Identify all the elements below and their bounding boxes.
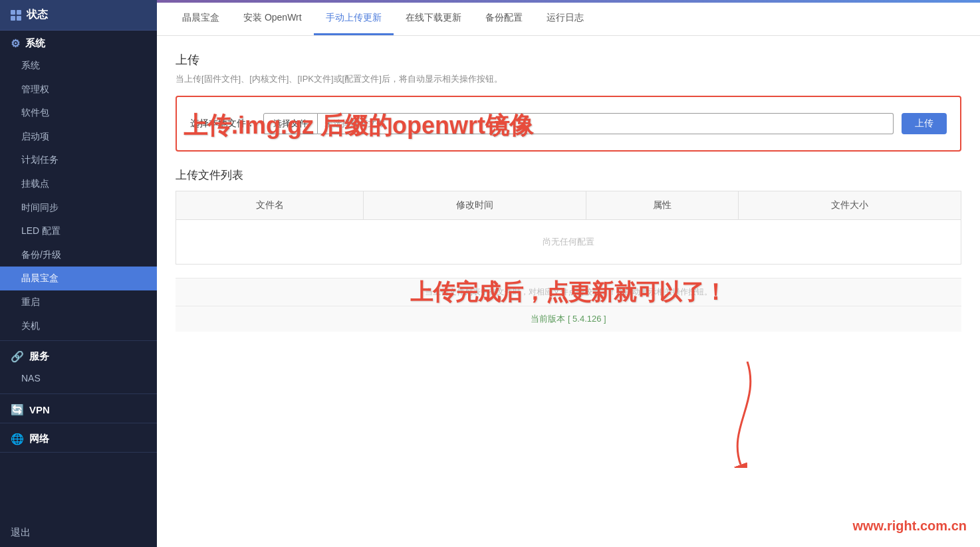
bottom-info-bar: 当上传文件列表中有文件时，对相应文件点击校验了！将自动显示相关操作按钮。 上传完… <box>176 278 961 332</box>
empty-text: 尚无任何配置 <box>176 220 961 265</box>
file-list-title: 上传文件列表 <box>176 167 961 183</box>
sidebar-item-admin[interactable]: 管理权 <box>0 78 157 102</box>
upload-overlay-text: 上传.img.gz 后缀的openwrt镜像 <box>184 110 533 142</box>
service-icon: 🔗 <box>11 350 24 363</box>
sidebar-vpn-section[interactable]: 🔄 VPN <box>0 397 157 420</box>
tab-online-download[interactable]: 在线下载更新 <box>394 3 473 35</box>
logout-button[interactable]: 退出 <box>0 518 157 547</box>
file-table: 文件名 修改时间 属性 文件大小 尚无任何配置 <box>176 191 961 265</box>
upload-section-desc: 当上传[固件文件]、[内核文件]、[IPK文件]或[配置文件]后，将自动显示相关… <box>176 73 961 85</box>
sidebar-system-label: 系统 <box>25 37 45 50</box>
version-row: 当前版本 [ 5.4.126 ] <box>176 306 961 332</box>
tab-run-log[interactable]: 运行日志 <box>535 3 596 35</box>
sidebar: 状态 ⚙ 系统 系统 管理权 软件包 启动项 计划任务 挂载点 时间同步 LED… <box>0 0 157 547</box>
grid-icon <box>11 10 21 21</box>
col-filename: 文件名 <box>176 191 364 220</box>
network-icon: 🌐 <box>11 433 24 445</box>
sidebar-item-ntp[interactable]: 时间同步 <box>0 196 157 220</box>
sidebar-vpn-label: VPN <box>29 404 50 415</box>
sidebar-network-section[interactable]: 🌐 网络 <box>0 426 157 449</box>
sidebar-item-nas[interactable]: NAS <box>0 367 157 391</box>
sidebar-divider-4 <box>0 452 157 453</box>
sidebar-item-jingchen[interactable]: 晶晨宝盒 <box>0 267 157 290</box>
sidebar-item-backup[interactable]: 备份/升级 <box>0 243 157 267</box>
sidebar-divider-2 <box>0 393 157 394</box>
sidebar-service-label: 服务 <box>29 350 49 363</box>
sidebar-divider-1 <box>0 340 157 341</box>
version-label: 当前版本 [ 5.4.126 ] <box>531 314 606 324</box>
main-content: 晶晨宝盒 安装 OpenWrt 手动上传更新 在线下载更新 备份配置 运行日志 … <box>157 0 980 547</box>
file-list-section: 上传文件列表 文件名 修改时间 属性 文件大小 尚无任何配置 <box>176 167 961 265</box>
sidebar-item-reboot[interactable]: 重启 <box>0 290 157 314</box>
sidebar-item-shutdown[interactable]: 关机 <box>0 314 157 338</box>
tab-manual-upload[interactable]: 手动上传更新 <box>314 3 394 35</box>
info-text-row: 当上传文件列表中有文件时，对相应文件点击校验了！将自动显示相关操作按钮。 上传完… <box>176 278 961 306</box>
col-filesize: 文件大小 <box>739 191 961 220</box>
sidebar-system-section[interactable]: ⚙ 系统 <box>0 31 157 54</box>
upload-box: 选择本地文件： 选择文件 未选择任何文件 上传 上传.img.gz 后缀的ope… <box>176 96 961 152</box>
sidebar-item-system[interactable]: 系统 <box>0 54 157 78</box>
upload-button[interactable]: 上传 <box>902 113 947 134</box>
tab-jingchen[interactable]: 晶晨宝盒 <box>170 3 231 35</box>
sidebar-item-cron[interactable]: 计划任务 <box>0 148 157 172</box>
col-modify-time: 修改时间 <box>364 191 586 220</box>
sidebar-item-mount[interactable]: 挂载点 <box>0 172 157 196</box>
gear-icon: ⚙ <box>11 37 20 50</box>
sidebar-divider-3 <box>0 423 157 423</box>
tab-openwrt[interactable]: 安装 OpenWrt <box>231 3 314 35</box>
vpn-icon: 🔄 <box>11 403 24 416</box>
upload-section-title: 上传 <box>176 52 961 68</box>
sidebar-item-software[interactable]: 软件包 <box>0 101 157 125</box>
col-attributes: 属性 <box>586 191 738 220</box>
empty-row: 尚无任何配置 <box>176 220 961 265</box>
page-content: 上传 当上传[固件文件]、[内核文件]、[IPK文件]或[配置文件]后，将自动显… <box>157 36 980 547</box>
sidebar-item-startup[interactable]: 启动项 <box>0 125 157 149</box>
sidebar-status-header[interactable]: 状态 <box>0 0 157 31</box>
sidebar-network-label: 网络 <box>29 433 49 445</box>
tab-backup-config[interactable]: 备份配置 <box>473 3 535 35</box>
arrow-svg <box>707 362 787 468</box>
sidebar-status-label: 状态 <box>27 8 48 22</box>
sidebar-service-section[interactable]: 🔗 服务 <box>0 344 157 367</box>
tabs-bar: 晶晨宝盒 安装 OpenWrt 手动上传更新 在线下载更新 备份配置 运行日志 <box>157 3 980 36</box>
sidebar-item-led[interactable]: LED 配置 <box>0 219 157 243</box>
bottom-overlay-text: 上传完成后，点更新就可以了！ <box>410 277 727 308</box>
